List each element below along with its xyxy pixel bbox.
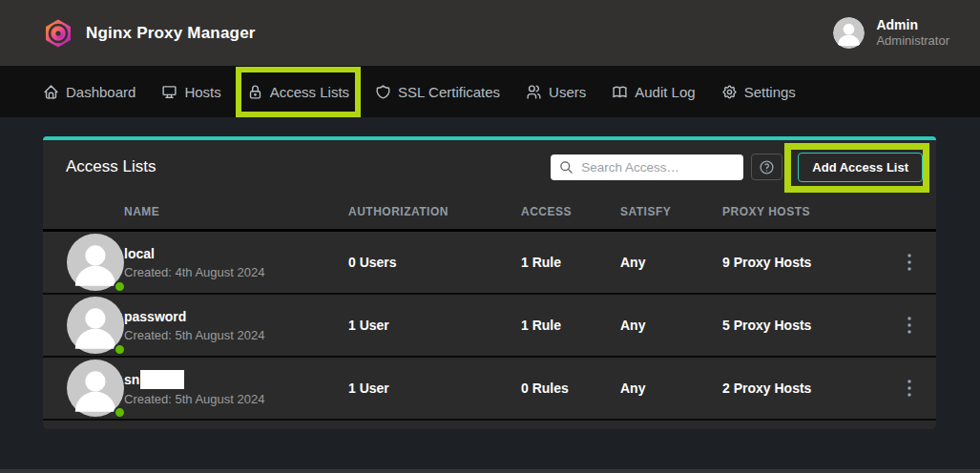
proxy-hosts-cell: 2 Proxy Hosts [722, 380, 883, 396]
app-title: Nginx Proxy Manager [86, 24, 256, 43]
table-header-row: NAME AUTHORIZATION ACCESS SATISFY PROXY … [43, 194, 936, 232]
kebab-icon [907, 254, 911, 271]
user-menu[interactable]: Admin Administrator [833, 17, 949, 49]
access-cell: 1 Rule [521, 318, 620, 333]
brand: Nginx Proxy Manager [43, 18, 256, 49]
row-actions-menu-button[interactable] [897, 376, 922, 401]
nav-label: Settings [744, 84, 796, 100]
authorization-cell: 1 User [348, 380, 521, 396]
nav-label: Access Lists [270, 84, 349, 100]
nav-item-users[interactable]: Users [526, 84, 586, 100]
kebab-icon [907, 317, 911, 334]
app-header: Nginx Proxy Manager Admin Administrator [0, 0, 980, 66]
nav-label: Hosts [184, 84, 220, 100]
panel-bottom-padding [43, 421, 936, 429]
satisfy-cell: Any [620, 255, 722, 270]
user-role: Administrator [876, 33, 949, 49]
column-header-satisfy: SATISFY [620, 205, 722, 218]
search-icon [559, 160, 573, 175]
search-input[interactable] [581, 160, 735, 175]
access-cell: 1 Rule [521, 255, 620, 270]
nav-label: SSL Certificates [398, 84, 500, 100]
shield-icon [375, 84, 391, 100]
column-header-access: ACCESS [521, 205, 620, 218]
nav-item-hosts[interactable]: Hosts [161, 84, 220, 100]
table-row: sn Created: 5th August 2024 1 User 0 Rul… [43, 358, 936, 421]
status-dot [114, 343, 126, 356]
nav-label: Dashboard [66, 84, 136, 100]
row-actions-menu-button[interactable] [897, 250, 922, 275]
access-cell: 0 Rules [521, 380, 620, 396]
window-bottom-edge [0, 469, 980, 473]
column-header-proxy-hosts: PROXY HOSTS [722, 205, 883, 218]
home-icon [43, 84, 59, 100]
name-cell: local Created: 4th August 2024 [124, 245, 348, 279]
row-avatar-cell [43, 360, 124, 417]
book-icon [612, 84, 628, 100]
nav-item-audit-log[interactable]: Audit Log [612, 84, 695, 100]
row-avatar-cell [43, 234, 124, 291]
search-box [551, 154, 743, 180]
status-dot [114, 280, 126, 293]
nav-item-ssl-certificates[interactable]: SSL Certificates [375, 84, 500, 100]
row-actions-menu-button[interactable] [897, 313, 922, 338]
user-name: Admin [876, 17, 949, 33]
satisfy-cell: Any [620, 380, 722, 396]
access-list-name: local [124, 245, 155, 262]
table-row: password Created: 5th August 2024 1 User… [43, 295, 936, 358]
authorization-cell: 0 Users [348, 255, 521, 270]
table-row: local Created: 4th August 2024 0 Users 1… [43, 232, 936, 295]
proxy-hosts-cell: 9 Proxy Hosts [722, 255, 883, 270]
nav-label: Audit Log [635, 84, 695, 100]
access-list-name: password [124, 308, 186, 325]
monitor-icon [161, 84, 177, 100]
name-cell: password Created: 5th August 2024 [124, 308, 348, 342]
name-cell: sn Created: 5th August 2024 [124, 370, 348, 406]
column-header-name: NAME [124, 205, 348, 218]
status-dot [114, 406, 126, 419]
nav-item-dashboard[interactable]: Dashboard [43, 84, 136, 100]
panel-actions: Add Access List [551, 153, 923, 182]
user-avatar [833, 17, 865, 49]
help-icon [759, 159, 775, 175]
nav-label: Users [549, 84, 586, 100]
lock-icon [247, 84, 263, 100]
users-icon [526, 84, 542, 100]
page-title: Access Lists [66, 157, 156, 176]
app-logo-icon [43, 18, 73, 49]
access-lists-panel: Access Lists Add Access List NAME AUTHOR… [43, 136, 936, 429]
access-list-name: sn [124, 371, 139, 388]
nav-item-access-lists[interactable]: Access Lists [247, 84, 349, 100]
proxy-hosts-cell: 5 Proxy Hosts [722, 318, 883, 333]
created-date: Created: 5th August 2024 [124, 328, 348, 342]
help-button[interactable] [751, 154, 782, 180]
column-header-authorization: AUTHORIZATION [348, 205, 521, 218]
kebab-icon [907, 380, 911, 397]
redaction-box [140, 370, 184, 389]
created-date: Created: 5th August 2024 [124, 392, 348, 406]
gear-icon [721, 84, 738, 100]
satisfy-cell: Any [620, 318, 722, 333]
created-date: Created: 4th August 2024 [124, 265, 348, 279]
add-access-list-button[interactable]: Add Access List [798, 153, 923, 182]
main-nav: Dashboard Hosts Access Lists SSL Certifi… [0, 66, 980, 117]
panel-header: Access Lists Add Access List [43, 140, 936, 194]
nav-item-settings[interactable]: Settings [721, 84, 796, 100]
row-avatar-cell [43, 297, 124, 354]
authorization-cell: 1 User [348, 318, 521, 333]
